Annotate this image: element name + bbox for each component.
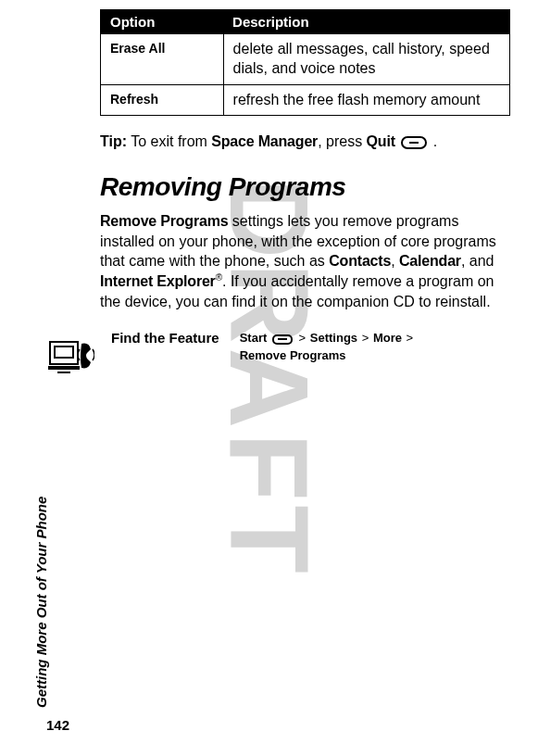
option-desc-erase-all: delete all messages, call history, speed… [223, 34, 509, 85]
tip-text-after: . [429, 133, 437, 149]
comma2: , and [461, 253, 494, 269]
quit-text: Quit [367, 133, 395, 149]
registered-mark: ® [216, 272, 222, 283]
page-number: 142 [46, 717, 69, 733]
option-label-erase-all: Erase All [101, 34, 224, 85]
path-more: More [373, 331, 402, 345]
softkey-icon [401, 136, 427, 149]
path-start: Start [240, 331, 268, 345]
contacts-text: Contacts [329, 253, 391, 269]
path-remove-programs: Remove Programs [240, 348, 346, 362]
path-settings: Settings [310, 331, 357, 345]
find-feature-row: Find the Feature Start > Settings > More… [111, 330, 510, 363]
tip-text-mid: , press [318, 133, 366, 149]
options-table: Option Description Erase All delete all … [100, 9, 510, 116]
space-manager-text: Space Manager [211, 133, 318, 149]
option-label-refresh: Refresh [101, 84, 224, 116]
body-paragraph: Remove Programs settings lets you remove… [100, 211, 510, 311]
calendar-text: Calendar [399, 253, 461, 269]
tip-paragraph: Tip: To exit from Space Manager, press Q… [100, 132, 510, 152]
find-feature-path: Start > Settings > More > Remove Program… [240, 330, 415, 363]
svg-rect-4 [57, 372, 70, 373]
path-sep: > [299, 331, 307, 345]
table-row: Refresh refresh the free flash memory am… [101, 84, 510, 116]
table-header-description: Description [223, 10, 509, 34]
softkey-icon [272, 334, 293, 345]
find-feature-label: Find the Feature [111, 330, 219, 363]
internet-explorer-text: Internet Explorer [100, 273, 216, 289]
path-sep: > [407, 331, 414, 345]
page-content: Option Description Erase All delete all … [0, 0, 538, 364]
table-row: Erase All delete all messages, call hist… [101, 34, 510, 85]
svg-rect-2 [56, 347, 72, 357]
svg-rect-3 [48, 366, 80, 370]
computer-phone-icon [48, 338, 94, 382]
section-heading: Removing Programs [100, 172, 510, 202]
tip-text-before: To exit from [127, 133, 211, 149]
option-desc-refresh: refresh the free flash memory amount [223, 84, 509, 116]
comma1: , [391, 253, 399, 269]
remove-programs-text: Remove Programs [100, 213, 228, 229]
tip-label: Tip: [100, 133, 127, 149]
table-header-option: Option [101, 10, 224, 34]
section-sidebar-text: Getting More Out of Your Phone [33, 497, 49, 708]
path-sep: > [362, 331, 369, 345]
